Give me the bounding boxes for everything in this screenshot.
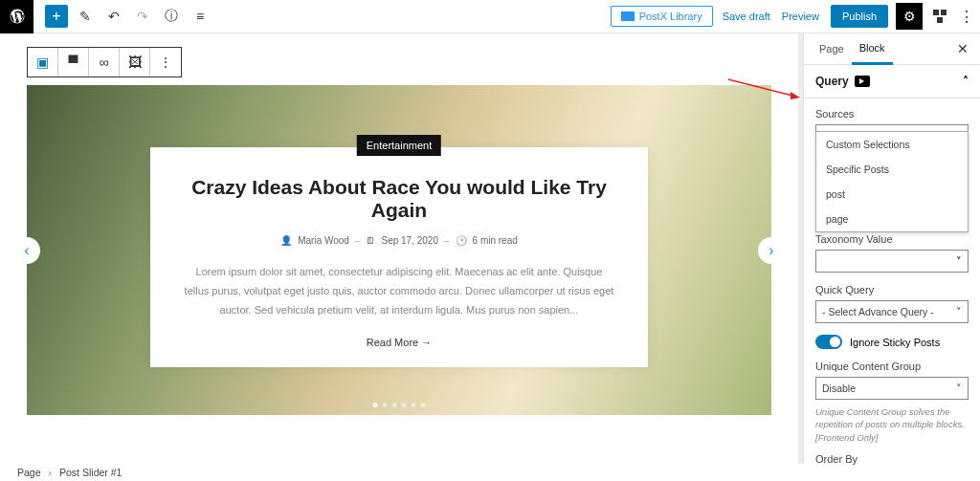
post-read-time: 6 min read	[473, 235, 518, 246]
read-more-button[interactable]: Read More →	[184, 337, 614, 348]
dropdown-option[interactable]: post	[816, 182, 968, 207]
chevron-right-icon: ›	[49, 467, 53, 478]
tab-page[interactable]: Page	[812, 34, 852, 63]
quick-query-value: - Select Advance Query -	[822, 306, 934, 317]
quick-query-field: Quick Query - Select Advance Query - ˅	[815, 284, 969, 323]
breadcrumb: Page › Post Slider #1	[0, 464, 139, 481]
link-icon[interactable]: ∞	[89, 48, 120, 77]
undo-icon[interactable]: ↶	[102, 5, 125, 28]
info-icon[interactable]: ⓘ	[160, 5, 183, 28]
chevron-up-icon: ˄	[963, 75, 969, 88]
slider-card: Entertainment Crazy Ideas About Race You…	[150, 147, 648, 367]
block-more-icon[interactable]: ⋮	[150, 48, 181, 77]
unique-content-group-help: Unique Content Group solves the repetiti…	[815, 405, 969, 444]
add-block-button[interactable]: +	[45, 5, 68, 28]
post-excerpt: Lorem ipsum dolor sit amet, consectetur …	[184, 263, 614, 319]
post-date: Sep 17, 2020	[381, 235, 438, 246]
editor-canvas: ▣ ▀ ∞ 🖾 ⋮ ‹ › Entertainment Crazy Ideas …	[0, 33, 798, 464]
post-slider[interactable]: ‹ › Entertainment Crazy Ideas About Race…	[27, 85, 771, 415]
unique-content-group-value: Disable	[822, 383, 856, 394]
ignore-sticky-label: Ignore Sticky Posts	[850, 337, 940, 348]
query-section-label: Query	[815, 75, 849, 88]
tab-block[interactable]: Block	[852, 33, 893, 65]
post-category-badge[interactable]: Entertainment	[357, 135, 441, 156]
clock-icon: 🕑	[456, 235, 467, 246]
video-help-icon[interactable]	[855, 76, 870, 87]
svg-rect-2	[937, 17, 943, 23]
align-icon[interactable]: ▀	[58, 48, 89, 77]
postx-library-button[interactable]: PostX Library	[611, 6, 713, 27]
quick-query-label: Quick Query	[815, 284, 969, 295]
close-sidebar-button[interactable]: ✕	[953, 37, 972, 60]
slider-next-button[interactable]: ›	[758, 237, 785, 264]
breadcrumb-item[interactable]: Post Slider #1	[59, 467, 122, 478]
ignore-sticky-toggle[interactable]	[815, 335, 842, 349]
author-icon: 👤	[280, 235, 292, 246]
wordpress-logo[interactable]	[0, 0, 33, 33]
settings-gear-button[interactable]: ⚙	[896, 3, 923, 30]
image-icon[interactable]: 🖾	[120, 48, 150, 77]
block-type-icon[interactable]: ▣	[28, 48, 58, 77]
unique-content-group-select[interactable]: Disable ˅	[815, 377, 969, 400]
dropdown-option[interactable]: Specific Posts	[816, 157, 968, 182]
save-draft-button[interactable]: Save draft	[723, 11, 770, 22]
redo-icon[interactable]: ↷	[131, 5, 154, 28]
sources-field: Sources post ˄ Custom Selections Specifi…	[815, 108, 969, 147]
preview-button[interactable]: Preview	[782, 11, 819, 22]
slider-dots[interactable]	[373, 403, 426, 407]
dropdown-option[interactable]: page	[816, 207, 968, 231]
post-meta: 👤 Maria Wood – 🗓 Sep 17, 2020 – 🕑 6 min …	[184, 235, 614, 246]
order-by-label: Order By	[815, 453, 969, 465]
breadcrumb-root[interactable]: Page	[17, 467, 41, 478]
sources-label: Sources	[815, 108, 969, 120]
sidebar-tabs: Page Block ✕	[804, 33, 980, 65]
publish-button[interactable]: Publish	[831, 5, 888, 28]
list-view-icon[interactable]: ≡	[189, 5, 212, 28]
post-title[interactable]: Crazy Ideas About Race You would Like Tr…	[184, 176, 614, 222]
taxonomy-value-field: Taxonomy Value ˅	[815, 233, 969, 273]
slider-prev-button[interactable]: ‹	[13, 237, 40, 264]
calendar-icon: 🗓	[366, 235, 375, 246]
more-options-button[interactable]: ⋮	[957, 3, 976, 30]
postx-icon	[621, 11, 635, 21]
chevron-down-icon: ˅	[956, 255, 962, 268]
block-sidebar: Page Block ✕ Query ˄ Sources post ˄ Cust…	[803, 33, 980, 464]
quick-query-select[interactable]: - Select Advance Query - ˅	[815, 300, 969, 323]
unique-content-group-label: Unique Content Group	[815, 361, 969, 372]
postx-library-label: PostX Library	[639, 11, 702, 22]
block-toolbar: ▣ ▀ ∞ 🖾 ⋮	[27, 47, 182, 77]
dropdown-option[interactable]: Custom Selections	[816, 132, 968, 157]
svg-rect-0	[933, 10, 939, 15]
chevron-down-icon: ˅	[956, 306, 962, 317]
chevron-down-icon: ˅	[956, 383, 962, 394]
sources-dropdown: Custom Selections Specific Posts post pa…	[815, 131, 969, 232]
taxonomy-value-select[interactable]: ˅	[815, 250, 969, 273]
taxonomy-value-label: Taxonomy Value	[815, 233, 969, 245]
edit-icon[interactable]: ✎	[74, 5, 97, 28]
editor-topbar: + ✎ ↶ ↷ ⓘ ≡ PostX Library Save draft Pre…	[0, 0, 980, 33]
unique-content-group-field: Unique Content Group Disable ˅	[815, 361, 969, 400]
query-section-header[interactable]: Query ˄	[804, 65, 980, 98]
post-author[interactable]: Maria Wood	[298, 235, 349, 246]
ignore-sticky-toggle-row: Ignore Sticky Posts	[815, 335, 969, 349]
block-nav-icon[interactable]	[926, 3, 953, 30]
svg-rect-1	[941, 10, 947, 15]
